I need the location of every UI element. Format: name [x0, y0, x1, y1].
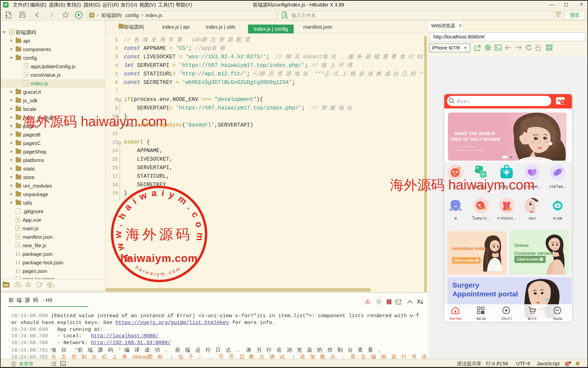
svg-text:海外源码: 海外源码	[126, 226, 192, 242]
svg-text:haiwaiym.com: haiwaiym.com	[135, 265, 182, 277]
svg-text:haiwaiym.com: haiwaiym.com	[120, 252, 198, 264]
svg-text:A: A	[557, 98, 560, 103]
